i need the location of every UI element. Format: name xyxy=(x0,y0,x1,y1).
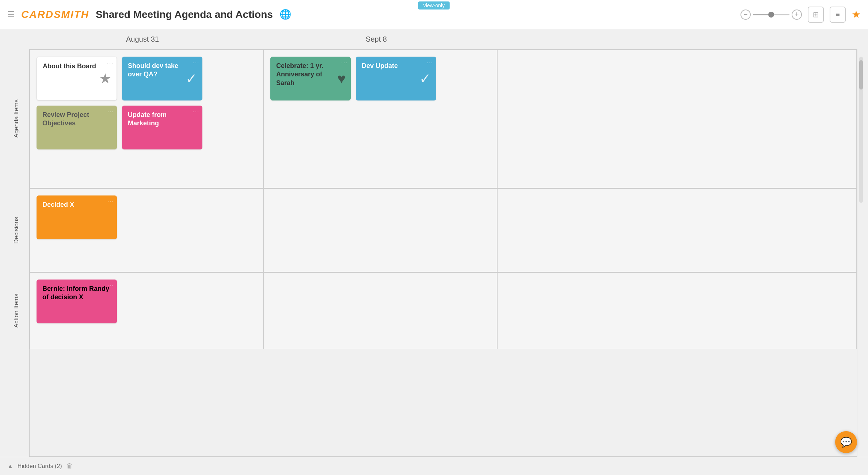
globe-icon: 🌐 xyxy=(279,9,291,20)
hidden-cards-arrow[interactable]: ▲ xyxy=(7,463,13,470)
card-text: About this Board xyxy=(43,62,96,71)
zoom-in-button[interactable]: + xyxy=(792,10,802,20)
check-card-icon: ✓ xyxy=(419,71,431,87)
zoom-slider[interactable] xyxy=(753,14,789,15)
card-menu-icon: ··· xyxy=(107,282,114,288)
view-only-badge: view-only xyxy=(418,1,450,10)
card-menu-icon: ··· xyxy=(107,109,114,114)
card-text: Bernie: Inform Randy of decision X xyxy=(42,285,112,302)
star-card-icon: ★ xyxy=(99,71,111,87)
board-grid: ··· About this Board ★ ··· Should dev ta… xyxy=(29,49,857,457)
card-review-project[interactable]: ··· Review Project Objectives xyxy=(37,106,117,149)
logo: CARDSMITH xyxy=(21,9,89,20)
chat-button[interactable]: 💬 xyxy=(835,431,857,453)
card-text: Should dev take over QA? xyxy=(128,62,183,79)
card-celebrate[interactable]: ··· Celebrate: 1 yr. Anniversary of Sara… xyxy=(270,57,351,100)
heart-card-icon: ♥ xyxy=(337,71,346,87)
header: ☰ CARDSMITH Shared Meeting Agenda and Ac… xyxy=(0,0,868,29)
card-menu-icon: ··· xyxy=(107,60,114,66)
action-aug31-cell: ··· Bernie: Inform Randy of decision X xyxy=(30,273,263,349)
grid-view-button[interactable]: ⊞ xyxy=(808,7,824,23)
col-header-sept8: Sept 8 xyxy=(259,35,493,43)
board-title: Shared Meeting Agenda and Actions xyxy=(96,9,273,20)
row-label-actions: Action Items xyxy=(4,272,29,349)
action-row: ··· Bernie: Inform Randy of decision X xyxy=(30,273,857,349)
action-sept8-cell xyxy=(263,273,497,349)
column-headers: August 31 Sept 8 xyxy=(0,29,868,49)
card-text: Review Project Objectives xyxy=(42,111,112,128)
list-icon: ≡ xyxy=(835,10,840,19)
scrollbar-track xyxy=(859,57,863,203)
list-view-button[interactable]: ≡ xyxy=(830,7,846,23)
menu-icon[interactable]: ☰ xyxy=(7,10,15,19)
card-menu-icon: ··· xyxy=(427,60,433,65)
agenda-extra-cell xyxy=(497,50,857,188)
row-label-decisions: Decisions xyxy=(4,188,29,272)
decisions-sept8-cell xyxy=(263,189,497,272)
zoom-control: − + xyxy=(741,10,802,20)
scrollbar[interactable] xyxy=(857,49,864,457)
card-menu-icon: ··· xyxy=(341,60,348,65)
card-text: Decided X xyxy=(42,201,112,209)
card-menu-icon: ··· xyxy=(193,60,199,65)
card-decided-x[interactable]: ··· Decided X xyxy=(37,195,117,239)
card-text: Update from Marketing xyxy=(128,111,197,128)
agenda-aug31-cell: ··· About this Board ★ ··· Should dev ta… xyxy=(30,50,263,188)
card-text: Celebrate: 1 yr. Anniversary of Sarah xyxy=(276,62,334,87)
decisions-aug31-cell: ··· Decided X xyxy=(30,189,263,272)
decisions-row: ··· Decided X xyxy=(30,189,857,273)
row-labels: Agenda Items Decisions Action Items xyxy=(4,49,29,457)
card-bernie-inform[interactable]: ··· Bernie: Inform Randy of decision X xyxy=(37,280,117,323)
favorite-star-icon[interactable]: ★ xyxy=(852,8,861,20)
col-header-aug31: August 31 xyxy=(26,35,259,43)
action-extra-cell xyxy=(497,273,857,349)
footer: ▲ Hidden Cards (2) 🗑 xyxy=(0,457,868,475)
card-text: Dev Update xyxy=(362,62,416,70)
card-menu-icon: ··· xyxy=(107,198,114,204)
hidden-cards-text: Hidden Cards (2) xyxy=(18,463,62,470)
agenda-sept8-cell: ··· Celebrate: 1 yr. Anniversary of Sara… xyxy=(263,50,497,188)
decisions-extra-cell xyxy=(497,189,857,272)
card-dev-update[interactable]: ··· Dev Update ✓ xyxy=(356,57,436,100)
agenda-row: ··· About this Board ★ ··· Should dev ta… xyxy=(30,50,857,189)
zoom-out-button[interactable]: − xyxy=(741,10,751,20)
content-area: August 31 Sept 8 Agenda Items Decisions … xyxy=(0,29,868,457)
scrollbar-thumb[interactable] xyxy=(859,60,863,90)
header-right: − + ⊞ ≡ ★ xyxy=(741,7,861,23)
trash-icon[interactable]: 🗑 xyxy=(66,462,73,470)
check-card-icon: ✓ xyxy=(186,71,197,87)
card-update-marketing[interactable]: ··· Update from Marketing xyxy=(122,106,202,149)
card-should-dev[interactable]: ··· Should dev take over QA? ✓ xyxy=(122,57,202,100)
grid-icon: ⊞ xyxy=(813,10,819,19)
chat-icon: 💬 xyxy=(840,437,852,448)
card-about-board[interactable]: ··· About this Board ★ xyxy=(37,57,117,100)
row-label-agenda: Agenda Items xyxy=(4,49,29,188)
card-menu-icon: ··· xyxy=(193,109,199,114)
